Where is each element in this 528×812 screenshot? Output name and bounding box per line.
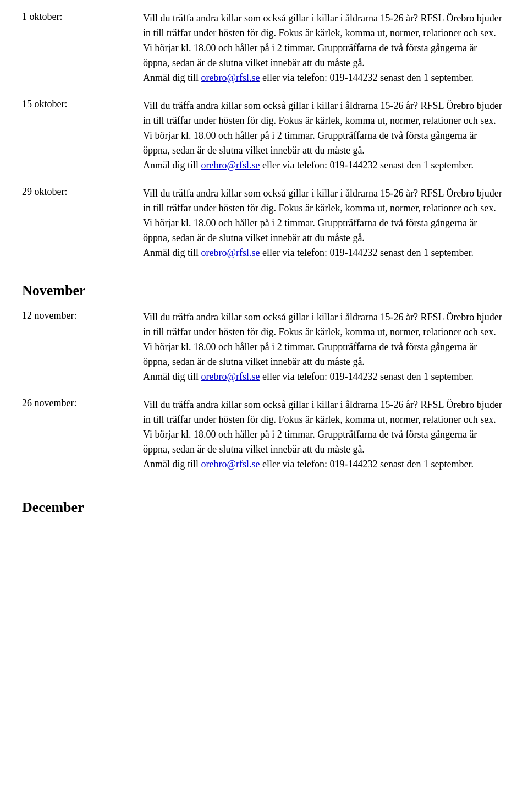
email-link-1-oktober[interactable]: orebro@rfsl.se [201, 72, 260, 83]
email-link-29-oktober[interactable]: orebro@rfsl.se [201, 247, 260, 258]
event-12-november: 12 november: Vill du träffa andra killar… [22, 310, 506, 384]
event-15-oktober: 15 oktober: Vill du träffa andra killar … [22, 99, 506, 173]
event-content-12-november: Vill du träffa andra killar som också gi… [143, 310, 506, 384]
event-date-29-oktober: 29 oktober: [22, 186, 143, 260]
event-26-november: 26 november: Vill du träffa andra killar… [22, 397, 506, 472]
email-link-15-oktober[interactable]: orebro@rfsl.se [201, 160, 260, 171]
event-content-26-november: Vill du träffa andra killar som också gi… [143, 397, 506, 472]
event-date-15-oktober: 15 oktober: [22, 99, 143, 173]
event-content-1-oktober: Vill du träffa andra killar som också gi… [143, 11, 506, 85]
event-date-1-oktober: 1 oktober: [22, 11, 143, 85]
event-date-12-november: 12 november: [22, 310, 143, 384]
event-content-15-oktober: Vill du träffa andra killar som också gi… [143, 99, 506, 173]
event-content-29-oktober: Vill du träffa andra killar som också gi… [143, 186, 506, 260]
email-link-12-november[interactable]: orebro@rfsl.se [201, 371, 260, 382]
november-heading: November [22, 282, 506, 299]
event-1-oktober: 1 oktober: Vill du träffa andra killar s… [22, 11, 506, 85]
email-link-26-november[interactable]: orebro@rfsl.se [201, 459, 260, 470]
event-date-26-november: 26 november: [22, 397, 143, 472]
december-heading: December [22, 499, 506, 516]
event-29-oktober: 29 oktober: Vill du träffa andra killar … [22, 186, 506, 260]
